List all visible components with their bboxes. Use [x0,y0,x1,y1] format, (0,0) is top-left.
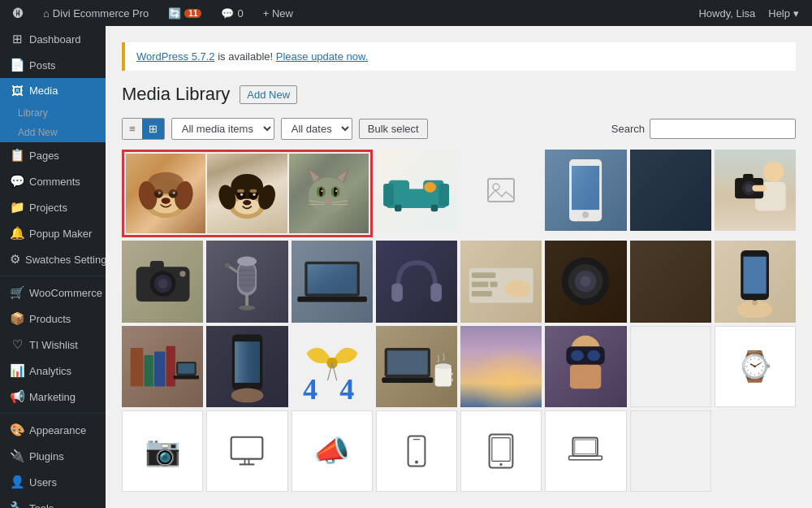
media-item-dark1[interactable] [630,150,711,231]
svg-point-120 [588,350,601,361]
howdy-text: Howdy, Lisa [698,7,755,20]
media-item-laptop1[interactable] [292,241,373,322]
bulk-select-button[interactable]: Bulk select [359,119,428,139]
svg-rect-68 [239,263,255,292]
sidebar-item-swatches[interactable]: ⚙Swatches Settings [0,246,106,272]
media-item-typing[interactable] [460,241,542,322]
media-item-laptop2[interactable] [122,326,203,407]
media-item-icon-tablet[interactable] [460,410,542,492]
list-view-button[interactable]: ≡ [123,119,142,139]
media-item-icon-camera[interactable]: 📷 [122,410,203,492]
media-item-camera3[interactable] [630,241,711,322]
comments-link[interactable]: 💬 0 [216,0,248,26]
sidebar-item-wishlist[interactable]: ♡TI Wishlist [0,332,106,358]
add-new-button[interactable]: Add New [240,85,297,104]
svg-rect-131 [492,437,510,461]
sidebar-item-woocommerce[interactable]: 🛒WooCommerce [0,280,106,306]
media-item-phone2[interactable] [715,241,796,322]
svg-rect-46 [488,179,514,202]
sidebar-item-users[interactable]: 👤Users [0,469,106,495]
svg-rect-80 [391,284,403,302]
sidebar-item-dashboard[interactable]: ⊞Dashboard [0,26,106,52]
svg-point-18 [253,193,256,196]
search-input[interactable] [650,119,796,139]
media-item-dog2[interactable] [207,154,287,233]
sidebar-label-media: Media [29,85,58,97]
media-item-sport4[interactable]: 4 4 [292,326,373,407]
media-item-photographer[interactable] [715,150,796,231]
media-item-headphones[interactable] [376,241,457,322]
updates-link[interactable]: 🔄 11 [163,0,206,26]
media-item-sunset[interactable] [460,326,542,407]
svg-rect-85 [490,281,498,287]
help-button[interactable]: Help ▾ [763,0,804,26]
sidebar-item-marketing[interactable]: 📢Marketing [0,384,106,410]
marketing-icon: 📢 [10,389,24,404]
new-content-link[interactable]: + New [258,0,298,26]
media-item-icon-laptop[interactable] [545,410,626,492]
site-name-link[interactable]: ⌂ Divi Ecommerce Pro [38,0,153,26]
svg-rect-134 [575,440,596,454]
sidebar-subitem-add-new[interactable]: Add New [0,123,106,142]
users-icon: 👤 [10,475,24,489]
media-type-filter[interactable]: All media items Images Audio Video [171,118,274,140]
svg-rect-99 [166,346,175,387]
sidebar-item-products[interactable]: 📦Products [0,306,106,332]
sidebar-item-posts[interactable]: 📄Posts [0,52,106,78]
sidebar-item-projects[interactable]: 📁Projects [0,194,106,220]
svg-rect-86 [472,291,492,297]
svg-point-132 [500,463,503,466]
sidebar-item-analytics[interactable]: 📊Analytics [0,358,106,384]
sidebar-item-popup-maker[interactable]: 🔔Popup Maker [0,220,106,246]
media-item-cat1[interactable] [289,154,369,233]
media-item-icon-monitor[interactable] [206,410,287,492]
sidebar-item-tools[interactable]: 🔧Tools [0,495,106,508]
svg-point-14 [231,174,263,199]
help-chevron-icon: ▾ [793,7,799,20]
tools-icon: 🔧 [10,501,24,508]
please-update-link[interactable]: Please update now. [276,50,368,63]
sidebar-item-pages[interactable]: 📋Pages [0,142,106,168]
date-filter[interactable]: All dates [281,118,352,140]
media-item-camera2[interactable] [545,241,626,322]
media-item-coffee[interactable] [376,326,457,407]
sidebar-subitem-library[interactable]: Library [0,103,106,123]
search-label: Search [611,123,645,135]
media-item-dog1[interactable] [126,154,205,233]
media-item-microphone[interactable] [206,241,287,322]
wp-version-link[interactable]: WordPress 5.7.2 [136,50,215,63]
svg-point-30 [334,187,337,196]
media-item-icon-megaphone[interactable]: 📣 [292,410,373,492]
phone-icon-display [377,411,456,491]
svg-point-31 [322,190,323,192]
comments-menu-icon: 💬 [10,174,24,189]
media-item-phone1[interactable] [545,150,626,231]
media-item-empty1[interactable] [630,326,711,407]
svg-point-87 [505,280,531,298]
sidebar-item-comments[interactable]: 💬Comments [0,168,106,194]
pages-icon: 📋 [10,148,24,163]
sidebar-label-marketing: Marketing [29,391,76,403]
media-icon: 🖼 [10,84,24,98]
svg-point-20 [237,189,244,193]
placeholder-icon-1 [460,150,542,231]
media-item-phone3[interactable] [206,326,287,407]
media-item-camera-surface[interactable] [122,241,203,322]
media-item-vr[interactable] [545,326,626,407]
media-item-icon-watch[interactable]: ⌚ [715,326,796,407]
grid-view-button[interactable]: ⊞ [142,119,164,139]
sidebar-item-plugins[interactable]: 🔌Plugins [0,443,106,469]
home-icon: ⌂ [43,7,50,20]
svg-rect-97 [145,355,153,386]
sidebar-item-appearance[interactable]: 🎨Appearance [0,417,106,443]
wp-logo[interactable]: 🅦 [8,0,28,26]
media-item-placeholder1[interactable] [460,150,542,231]
media-item-empty2[interactable] [630,410,711,492]
media-item-icon-phone[interactable] [376,410,457,492]
analytics-icon: 📊 [10,363,24,378]
library-label: Library [18,107,48,119]
sidebar-item-media[interactable]: 🖼Media Library Add New [0,78,106,142]
media-item-sofa[interactable] [376,150,457,231]
svg-rect-57 [743,174,754,180]
page-title: Media Library [122,84,230,105]
